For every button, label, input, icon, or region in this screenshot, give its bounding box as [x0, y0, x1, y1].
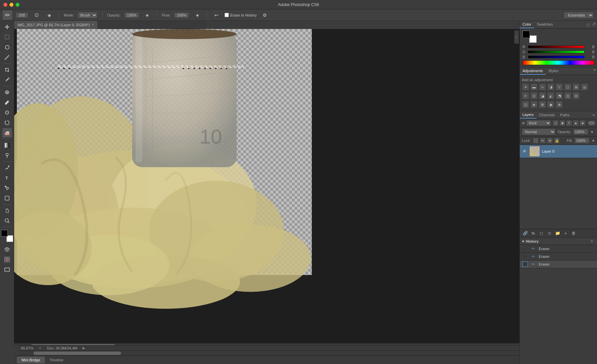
maximize-button[interactable]	[16, 3, 20, 7]
add-mask-button[interactable]: ◻	[538, 230, 545, 237]
3d-tool[interactable]	[2, 245, 12, 254]
lock-transparent-pixels-button[interactable]: ⬚	[533, 138, 539, 144]
magic-wand-tool[interactable]	[2, 53, 12, 62]
levels-icon[interactable]: ▬	[530, 83, 538, 91]
move-tool[interactable]	[2, 22, 12, 32]
layers-menu-button[interactable]: ≡	[592, 113, 596, 117]
history-state-checkbox-3[interactable]	[523, 262, 528, 267]
brush-tool[interactable]	[2, 98, 12, 107]
filter-pixel-icon[interactable]: ◻	[553, 120, 559, 126]
filter-toggle[interactable]	[588, 121, 595, 125]
new-group-button[interactable]: 📁	[554, 230, 561, 237]
dodge-tool[interactable]	[2, 151, 12, 160]
type-tool[interactable]: T	[2, 173, 12, 183]
timeline-tab[interactable]: Timeline	[45, 357, 68, 363]
lock-position-button[interactable]: ✛	[547, 138, 553, 144]
opacity-arrow[interactable]: ▼	[590, 130, 594, 134]
filter-adjustment-icon[interactable]: ◑	[559, 120, 565, 126]
selective-color-icon[interactable]: ⊟	[572, 92, 580, 99]
zoom-indicator-icon[interactable]: ⊙	[39, 346, 41, 350]
history-item[interactable]: ✏ Eraser	[520, 253, 597, 261]
eraser-tool-icon[interactable]: ✏	[3, 10, 12, 20]
blue-slider[interactable]	[528, 56, 585, 58]
marquee-tool[interactable]	[2, 32, 12, 42]
eraser-tool[interactable]	[2, 128, 12, 138]
tab-close-button[interactable]: ×	[92, 23, 94, 27]
hue-saturation-icon[interactable]: ⬡	[564, 83, 571, 91]
layer-row[interactable]: 👁	[520, 145, 597, 158]
delete-layer-button[interactable]: 🗑	[570, 230, 577, 237]
path-selection-tool[interactable]	[2, 183, 12, 193]
variations-icon[interactable]: ⊞	[539, 101, 546, 108]
canvas-area[interactable]: 10	[14, 29, 519, 345]
document-tab[interactable]: IMG_2017.JPG @ 66,7% (Layer 0, RGB/8*) ×	[14, 21, 98, 29]
fill-value[interactable]: 100%	[574, 138, 590, 144]
brightness-contrast-icon[interactable]: ☀	[522, 83, 529, 91]
erase-to-history-label[interactable]: Erase to History	[225, 13, 257, 17]
quick-mask-tool[interactable]	[2, 255, 12, 264]
filter-shape-icon[interactable]: ▲	[573, 120, 579, 126]
hand-tool[interactable]	[2, 206, 12, 215]
hdr-toning-icon[interactable]: ◈	[530, 101, 538, 108]
new-adjustment-layer-button[interactable]: ⊙	[546, 230, 553, 237]
fill-arrow[interactable]: ▼	[592, 139, 595, 143]
minimize-button[interactable]	[9, 3, 13, 7]
blend-mode-select[interactable]: Normal	[522, 128, 556, 135]
exposure-icon[interactable]: ◑	[547, 83, 555, 91]
filter-kind-select[interactable]: Kind Name Effect	[526, 120, 551, 126]
history-item[interactable]: ✏ Eraser	[520, 245, 597, 253]
lock-image-pixels-button[interactable]: ✏	[540, 138, 546, 144]
color-tab[interactable]: Color	[520, 21, 534, 28]
opacity-pressure-icon[interactable]: ◈	[143, 10, 152, 20]
panel-arrange-icon[interactable]: ◫	[586, 22, 590, 27]
red-slider[interactable]	[528, 46, 585, 48]
layer-styles-button[interactable]: fx	[530, 230, 537, 237]
eyedropper-tool[interactable]	[2, 75, 12, 85]
channel-mixer-icon[interactable]: ≡	[522, 92, 529, 99]
color-balance-icon[interactable]: ⊞	[572, 83, 580, 91]
panel-collapse-button[interactable]: ‹	[514, 30, 519, 44]
horizontal-scrollbar[interactable]	[18, 351, 519, 355]
invert-icon[interactable]: ◪	[539, 92, 546, 99]
opacity-input[interactable]	[124, 12, 139, 18]
paths-tab[interactable]: Paths	[558, 112, 572, 118]
curves-icon[interactable]: ∿	[539, 83, 546, 91]
adj-panel-menu[interactable]: ≡	[592, 67, 597, 72]
color-spectrum[interactable]	[523, 60, 594, 65]
threshold-icon[interactable]: ⬔	[556, 92, 563, 99]
photo-filter-icon[interactable]: ◎	[581, 83, 588, 91]
workspace-select[interactable]: Essentials	[564, 12, 594, 19]
opacity-value[interactable]: 100%	[573, 129, 588, 135]
shadow-highlight-icon[interactable]: ◫	[522, 101, 529, 108]
pen-tool[interactable]	[2, 163, 12, 173]
new-layer-button[interactable]: +	[562, 230, 569, 237]
filter-smart-icon[interactable]: ◈	[579, 120, 586, 126]
posterize-icon[interactable]: ◭	[547, 92, 555, 99]
lasso-tool[interactable]	[2, 42, 12, 52]
mini-bridge-tab[interactable]: Mini Bridge	[17, 357, 45, 363]
flow-pressure-icon[interactable]: ◈	[192, 10, 202, 20]
mode-select[interactable]: Brush	[78, 12, 97, 19]
panel-expand-icon[interactable]: »	[591, 22, 596, 27]
history-state-checkbox-2[interactable]	[523, 254, 528, 259]
link-layers-button[interactable]: 🔗	[522, 230, 529, 237]
swatches-tab[interactable]: Swatches	[534, 21, 556, 28]
layers-tab[interactable]: Layers	[520, 111, 536, 119]
tablet-pressure-icon[interactable]: ◈	[44, 10, 54, 20]
vibrance-icon[interactable]: ▽	[556, 83, 563, 91]
brush-picker-icon[interactable]: ⊙	[32, 10, 41, 20]
erase-to-history-checkbox[interactable]	[225, 13, 229, 17]
flow-input[interactable]	[174, 12, 189, 18]
healing-brush-tool[interactable]	[2, 88, 12, 97]
brush-size-input[interactable]	[16, 12, 28, 18]
history-menu-button[interactable]: ≡	[590, 239, 594, 244]
history-item[interactable]: ✏ Eraser	[520, 261, 597, 268]
channels-tab[interactable]: Channels	[536, 112, 557, 118]
foreground-chip[interactable]	[523, 31, 530, 38]
erase-history-icon[interactable]: ↩	[212, 10, 221, 20]
gradient-map-icon[interactable]: ◫	[564, 92, 571, 99]
close-button[interactable]	[3, 3, 7, 7]
color-lookup-icon[interactable]: ⊡	[530, 92, 538, 99]
foreground-color-swatch[interactable]	[1, 230, 8, 237]
background-chip[interactable]	[529, 35, 537, 43]
